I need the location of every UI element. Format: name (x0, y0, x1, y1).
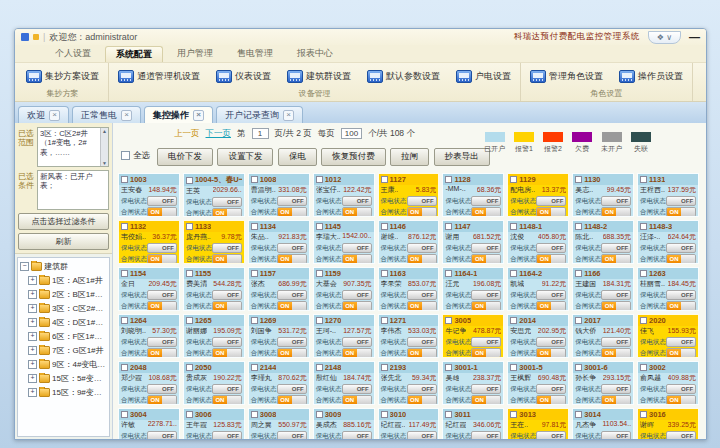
card-checkbox[interactable] (575, 411, 582, 418)
power-off-toggle[interactable]: OFF (471, 384, 501, 394)
power-off-toggle[interactable]: OFF (212, 431, 242, 439)
ribbon-button-2-1[interactable]: 操作员设置 (617, 69, 685, 84)
switch-on-toggle[interactable]: ON (342, 254, 372, 264)
card-checkbox[interactable] (640, 411, 647, 418)
switch-on-toggle[interactable]: ON (407, 254, 437, 264)
tree-item-4[interactable]: +6区：F区1#井（F区… (20, 331, 108, 342)
power-off-toggle[interactable]: OFF (536, 290, 566, 300)
select-all[interactable]: 全选 (121, 150, 150, 162)
close-icon[interactable]: × (121, 110, 132, 121)
switch-on-toggle[interactable]: ON (471, 207, 501, 217)
power-off-toggle[interactable]: OFF (601, 337, 631, 347)
card-checkbox[interactable] (640, 176, 647, 183)
switch-on-toggle[interactable]: ON (212, 254, 242, 264)
power-off-toggle[interactable]: OFF (277, 337, 307, 347)
power-off-toggle[interactable]: OFF (666, 243, 696, 253)
power-off-toggle[interactable]: OFF (601, 384, 631, 394)
expand-icon[interactable]: + (28, 290, 37, 299)
switch-on-toggle[interactable]: ON (666, 207, 696, 217)
close-icon[interactable]: × (49, 110, 60, 121)
page-number-input[interactable]: 1 (252, 128, 269, 139)
power-off-toggle[interactable]: OFF (147, 196, 177, 206)
card-checkbox[interactable] (640, 223, 647, 230)
switch-on-toggle[interactable]: ON (666, 348, 696, 358)
power-off-toggle[interactable]: OFF (407, 431, 437, 439)
card-checkbox[interactable] (445, 223, 452, 230)
card-checkbox[interactable] (251, 364, 258, 371)
power-off-toggle[interactable]: OFF (666, 337, 696, 347)
card-checkbox[interactable] (445, 317, 452, 324)
power-off-toggle[interactable]: OFF (277, 196, 307, 206)
power-off-toggle[interactable]: OFF (536, 243, 566, 253)
expand-icon[interactable]: + (28, 374, 37, 383)
power-off-toggle[interactable]: OFF (666, 384, 696, 394)
switch-on-toggle[interactable]: ON (536, 254, 566, 264)
tab-3[interactable]: 开户记录查询× (216, 106, 303, 123)
switch-on-toggle[interactable]: ON (147, 301, 177, 311)
card-checkbox[interactable] (316, 176, 323, 183)
toolbar-button-3[interactable]: 恢复预付费 (321, 148, 386, 166)
select-all-checkbox[interactable] (121, 151, 130, 160)
power-off-toggle[interactable]: OFF (342, 196, 372, 206)
card-checkbox[interactable] (445, 364, 452, 371)
switch-on-toggle[interactable]: ON (601, 207, 631, 217)
power-off-toggle[interactable]: OFF (407, 337, 437, 347)
card-checkbox[interactable] (445, 176, 452, 183)
switch-on-toggle[interactable]: ON (212, 301, 242, 311)
card-checkbox[interactable] (251, 176, 258, 183)
ribbon-button-0-0[interactable]: 集抄方案设置 (24, 69, 101, 84)
switch-on-toggle[interactable]: ON (536, 301, 566, 311)
power-off-toggle[interactable]: OFF (601, 243, 631, 253)
power-off-toggle[interactable]: OFF (536, 196, 566, 206)
switch-on-toggle[interactable]: ON (212, 348, 242, 358)
power-off-toggle[interactable]: OFF (342, 290, 372, 300)
expand-icon[interactable]: + (28, 304, 37, 313)
card-checkbox[interactable] (186, 177, 193, 184)
card-checkbox[interactable] (575, 317, 582, 324)
selected-condition-box[interactable]: 新风表：已开户表； (37, 170, 109, 210)
card-checkbox[interactable] (316, 223, 323, 230)
switch-on-toggle[interactable]: ON (212, 395, 242, 405)
power-off-toggle[interactable]: OFF (471, 290, 501, 300)
switch-on-toggle[interactable]: ON (147, 207, 177, 217)
power-off-toggle[interactable]: OFF (212, 197, 242, 207)
power-off-toggle[interactable]: OFF (471, 243, 501, 253)
power-off-toggle[interactable]: OFF (342, 337, 372, 347)
switch-on-toggle[interactable]: ON (536, 207, 566, 217)
ribbon-button-1-3[interactable]: 默认参数设置 (365, 69, 442, 84)
switch-on-toggle[interactable]: ON (277, 207, 307, 217)
menu-item-0[interactable]: 个人设置 (45, 46, 101, 62)
card-checkbox[interactable] (121, 364, 128, 371)
power-off-toggle[interactable]: OFF (601, 196, 631, 206)
card-checkbox[interactable] (121, 176, 128, 183)
tree-item-3[interactable]: +4区：D区1#井（D区… (20, 317, 108, 328)
tree-item-0[interactable]: +1区：A区1#井 (20, 275, 108, 286)
tree-item-7[interactable]: +15区：5#变站（3#… (20, 373, 108, 384)
skin-switcher-button[interactable]: ❖ ∨ (648, 31, 681, 44)
toolbar-button-4[interactable]: 拉闸 (390, 148, 429, 166)
card-checkbox[interactable] (381, 364, 388, 371)
switch-on-toggle[interactable]: ON (277, 348, 307, 358)
expand-icon[interactable]: + (28, 332, 37, 341)
next-page-link[interactable]: 下一页 (206, 128, 232, 140)
card-checkbox[interactable] (575, 176, 582, 183)
page-size-input[interactable]: 100 (341, 128, 362, 139)
power-off-toggle[interactable]: OFF (342, 384, 372, 394)
card-checkbox[interactable] (251, 317, 258, 324)
switch-on-toggle[interactable]: ON (666, 254, 696, 264)
switch-on-toggle[interactable]: ON (342, 348, 372, 358)
power-off-toggle[interactable]: OFF (666, 196, 696, 206)
minimize-button[interactable]: — (689, 33, 700, 41)
switch-on-toggle[interactable]: ON (471, 301, 501, 311)
card-checkbox[interactable] (186, 317, 193, 324)
card-checkbox[interactable] (510, 223, 517, 230)
switch-on-toggle[interactable]: ON (342, 395, 372, 405)
card-checkbox[interactable] (316, 270, 323, 277)
collapse-icon[interactable]: − (20, 262, 29, 271)
switch-on-toggle[interactable]: ON (536, 395, 566, 405)
card-checkbox[interactable] (186, 223, 193, 230)
card-checkbox[interactable] (381, 270, 388, 277)
switch-on-toggle[interactable]: ON (407, 395, 437, 405)
power-off-toggle[interactable]: OFF (471, 431, 501, 439)
card-checkbox[interactable] (316, 411, 323, 418)
